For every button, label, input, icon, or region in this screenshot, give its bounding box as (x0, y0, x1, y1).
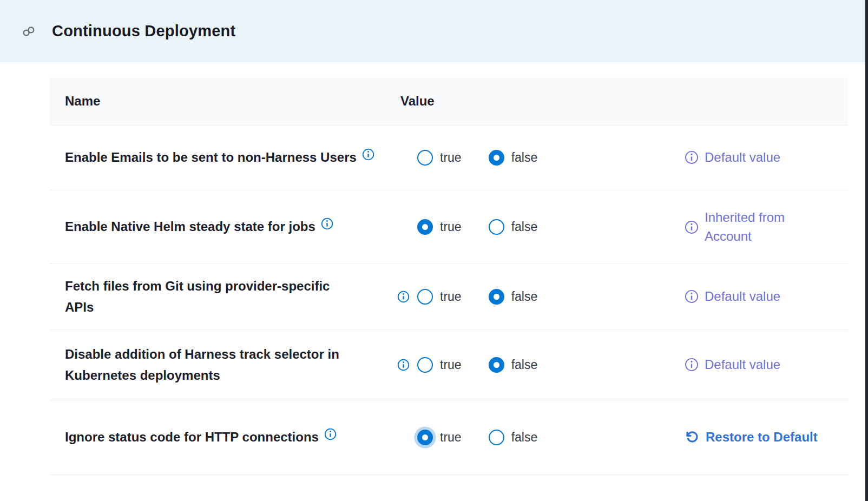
radio-true[interactable]: true (417, 357, 462, 373)
table-header-row: Name Value (50, 77, 848, 126)
window-edge (865, 0, 868, 501)
setting-name: Enable Native Helm steady state for jobs (65, 219, 315, 234)
radio-button[interactable] (417, 430, 433, 445)
restore-icon[interactable] (685, 430, 700, 445)
radio-true[interactable]: true (417, 430, 462, 445)
table-row: Fetch files from Git using provider-spec… (50, 264, 848, 330)
info-icon[interactable] (362, 148, 374, 161)
radio-false[interactable]: false (489, 150, 538, 166)
radio-true[interactable]: true (417, 289, 462, 305)
radio-group: true false (390, 357, 685, 373)
status-badge: Restore to Default (685, 428, 848, 447)
radio-false[interactable]: false (489, 357, 538, 373)
status-label[interactable]: Default value (705, 287, 780, 306)
radio-button[interactable] (417, 289, 433, 305)
column-header-name: Name (65, 94, 390, 109)
radio-button[interactable] (489, 150, 504, 166)
status-label[interactable]: Inherited from Account (705, 208, 785, 246)
radio-false[interactable]: false (489, 430, 538, 445)
info-icon[interactable] (685, 289, 699, 304)
radio-button[interactable] (417, 357, 433, 373)
table-row: Disable addition of Harness track select… (50, 330, 848, 400)
radio-button[interactable] (489, 357, 504, 373)
radio-button[interactable] (489, 219, 504, 235)
status-label[interactable]: Default value (705, 355, 780, 374)
page-title: Continuous Deployment (52, 22, 235, 40)
link-icon[interactable] (22, 24, 36, 38)
radio-true[interactable]: true (417, 219, 462, 235)
radio-button[interactable] (489, 289, 504, 305)
info-icon[interactable] (685, 220, 699, 234)
setting-name: Fetch files from Git using provider-spec… (65, 279, 330, 314)
info-icon[interactable] (397, 291, 410, 303)
status-badge: Default value (685, 148, 848, 167)
info-icon[interactable] (397, 359, 410, 371)
radio-button[interactable] (489, 430, 504, 445)
info-icon[interactable] (685, 150, 699, 164)
radio-false[interactable]: false (489, 219, 538, 235)
radio-button[interactable] (417, 219, 433, 235)
section-header: Continuous Deployment (0, 0, 868, 62)
radio-group: true false (390, 289, 685, 305)
info-icon[interactable] (685, 358, 699, 372)
radio-group: true false (390, 150, 685, 166)
column-header-value: Value (390, 94, 685, 109)
radio-group: true false (390, 430, 685, 445)
radio-false[interactable]: false (489, 289, 538, 305)
status-label[interactable]: Restore to Default (706, 428, 818, 447)
status-badge: Default value (685, 287, 848, 306)
table-row: Enable Emails to be sent to non-Harness … (50, 126, 848, 190)
setting-name: Enable Emails to be sent to non-Harness … (65, 150, 357, 164)
radio-true[interactable]: true (417, 150, 462, 166)
status-label[interactable]: Default value (705, 148, 780, 167)
table-row: Ignore status code for HTTP connections … (50, 400, 848, 475)
radio-button[interactable] (417, 150, 433, 166)
status-badge: Inherited from Account (685, 208, 848, 246)
settings-table: Name Value Enable Emails to be sent to n… (50, 77, 848, 475)
info-icon[interactable] (324, 428, 337, 440)
status-badge: Default value (685, 355, 848, 374)
radio-group: true false (390, 219, 685, 235)
setting-name: Ignore status code for HTTP connections (65, 430, 319, 444)
table-row: Enable Native Helm steady state for jobs… (50, 190, 848, 264)
info-icon[interactable] (321, 217, 333, 230)
setting-name: Disable addition of Harness track select… (65, 347, 339, 383)
